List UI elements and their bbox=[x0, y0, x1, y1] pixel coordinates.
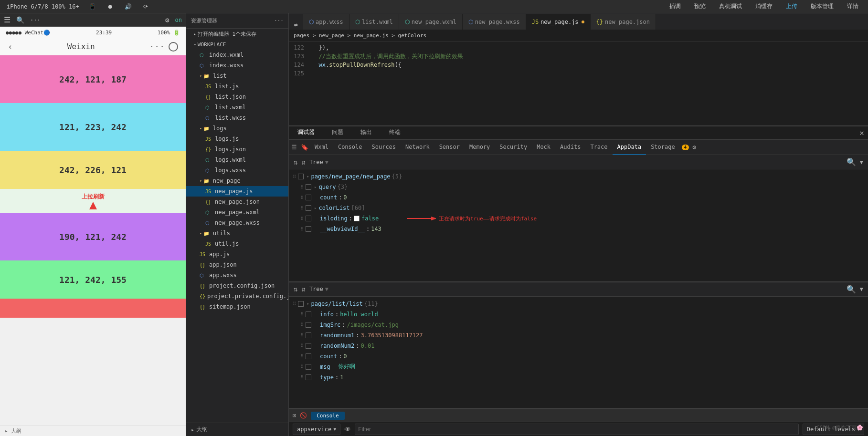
rotate-icon[interactable]: ⟳ bbox=[143, 3, 148, 10]
tab-trace[interactable]: Trace bbox=[585, 140, 612, 155]
tab-new-page-wxml[interactable]: ⬡ new_page.wxml bbox=[399, 14, 463, 30]
search-icon[interactable]: 🔍 bbox=[16, 16, 24, 24]
tab-list-wxml[interactable]: ⬡ list.wxml bbox=[349, 14, 399, 30]
tree-row-query[interactable]: ⠿ ▸ query {3} bbox=[289, 182, 868, 192]
chevron-query[interactable]: ▸ bbox=[314, 185, 317, 189]
tree1-filter-dropdown[interactable]: ▼ bbox=[860, 159, 863, 166]
file-logs-json[interactable]: {} logs.json bbox=[186, 144, 288, 155]
search-icon-tree1[interactable]: 🔍 bbox=[847, 157, 856, 166]
folder-logs[interactable]: ▾ 📁 logs bbox=[186, 123, 288, 134]
devtools-bookmark-icon[interactable]: 🔖 bbox=[299, 142, 310, 153]
tree-row-count[interactable]: ⠿ count : 0 bbox=[289, 192, 868, 203]
outline-section[interactable]: ▸ 大纲 bbox=[186, 423, 288, 436]
folder-utils[interactable]: ▾ 📁 utils bbox=[186, 228, 288, 239]
tree-checkbox6[interactable] bbox=[306, 226, 311, 232]
audio-icon[interactable]: 🔊 bbox=[125, 3, 132, 10]
expand-chevron[interactable]: ▾ bbox=[307, 174, 309, 179]
split-icon[interactable]: ⇌ bbox=[291, 19, 301, 30]
search-icon-tree2[interactable]: 🔍 bbox=[847, 285, 856, 294]
file-new-page-wxml[interactable]: ⬡ new_page.wxml bbox=[186, 207, 288, 218]
tree-row-root1[interactable]: ⠿ ▾ pages/new_page/new_page {5} bbox=[289, 171, 868, 182]
file-index-wxml[interactable]: ⬡ index.wxml bbox=[186, 50, 288, 60]
folder-new-page[interactable]: ▾ 📁 new_page bbox=[186, 176, 288, 186]
tab-storage[interactable]: Storage bbox=[646, 140, 680, 155]
tree2-row-info[interactable]: ⠿ info : hello world bbox=[289, 309, 868, 320]
tab-new-page-wxss[interactable]: ⬡ new_page.wxss bbox=[463, 14, 526, 30]
code-area[interactable]: }), //当数据重置成功后，调用此函数，关闭下拉刷新的效果 wx.stopPu… bbox=[308, 42, 868, 125]
tab-mock[interactable]: Mock bbox=[532, 140, 555, 155]
tab-output[interactable]: 输出 bbox=[356, 125, 377, 141]
tree2-row-root[interactable]: ⠿ ▾ pages/list/list {11} bbox=[289, 299, 868, 309]
file-app-json[interactable]: {} app.json bbox=[186, 260, 288, 270]
tree2-row-count[interactable]: ⠿ count : 0 bbox=[289, 351, 868, 362]
tab-terminal[interactable]: 终端 bbox=[384, 125, 405, 141]
camera-icon[interactable] bbox=[169, 42, 178, 52]
tree-row-isloding[interactable]: ⠿ isloding : false bbox=[289, 213, 868, 224]
file-app-js[interactable]: JS app.js bbox=[186, 249, 288, 260]
tree2-row-msg[interactable]: ⠿ msg 你好啊 bbox=[289, 362, 868, 372]
tree-row-colorlist[interactable]: ⠿ ▸ colorList [60] bbox=[289, 203, 868, 213]
chevron-colorlist[interactable]: ▸ bbox=[314, 206, 317, 210]
menu-icon[interactable]: ☰ bbox=[4, 15, 11, 24]
tree-checkbox[interactable] bbox=[298, 174, 304, 179]
tree2-dropdown[interactable]: ▼ bbox=[325, 286, 328, 292]
tree2-cb-info[interactable] bbox=[306, 311, 311, 317]
tree-checkbox3[interactable] bbox=[306, 195, 311, 200]
workplace-header[interactable]: ▾ WORKPLACE bbox=[186, 39, 288, 50]
tab-issues[interactable]: 问题 bbox=[327, 125, 348, 141]
tree2-checkbox-root[interactable] bbox=[298, 301, 304, 307]
file-logs-wxml[interactable]: ⬡ logs.wxml bbox=[186, 155, 288, 165]
file-project-config[interactable]: {} project.config.json bbox=[186, 280, 288, 291]
compile-icon[interactable]: ⚙ bbox=[165, 16, 169, 24]
file-new-page-wxss[interactable]: ⬡ new_page.wxss bbox=[186, 218, 288, 228]
tree-checkbox4[interactable] bbox=[306, 205, 311, 211]
expand-icon2[interactable]: ⇅ bbox=[294, 285, 297, 293]
tree2-cb-imgsrc[interactable] bbox=[306, 322, 311, 328]
tab-audits[interactable]: Audits bbox=[555, 140, 585, 155]
file-sitemap[interactable]: {} sitemap.json bbox=[186, 301, 288, 312]
settings-icon[interactable]: ⚙ bbox=[689, 142, 699, 153]
file-index-wxss[interactable]: ⬡ index.wxss bbox=[186, 60, 288, 71]
tab-memory[interactable]: Memory bbox=[465, 140, 495, 155]
file-new-page-json[interactable]: {} new_page.json bbox=[186, 197, 288, 207]
console-tab-active[interactable]: Console bbox=[311, 412, 344, 420]
chevron2-root[interactable]: ▾ bbox=[307, 301, 309, 306]
tree2-row-type[interactable]: ⠿ type : 1 bbox=[289, 372, 868, 383]
tab-sensor[interactable]: Sensor bbox=[434, 140, 465, 155]
tree-checkbox2[interactable] bbox=[306, 184, 311, 190]
isloding-checkbox[interactable] bbox=[354, 216, 360, 221]
file-list-json[interactable]: {} list.json bbox=[186, 92, 288, 102]
tab-app-wxss[interactable]: ⬡ app.wxss bbox=[303, 14, 349, 30]
tab-wxml[interactable]: Wxml bbox=[310, 140, 333, 155]
file-new-page-js[interactable]: JS new_page.js bbox=[186, 186, 288, 197]
tree2-row-rand2[interactable]: ⠿ randomNum2 : 0.01 bbox=[289, 341, 868, 351]
tree2-filter-dropdown[interactable]: ▼ bbox=[860, 286, 863, 292]
tree2-cb-type[interactable] bbox=[306, 374, 311, 380]
console-block-icon[interactable]: 🚫 bbox=[300, 412, 307, 419]
devtools-menu-icon[interactable]: ☰ bbox=[289, 142, 299, 153]
tab-network[interactable]: Network bbox=[401, 140, 434, 155]
more-icon[interactable]: ··· bbox=[30, 17, 41, 23]
tab-debugger[interactable]: 调试器 bbox=[293, 125, 319, 141]
eye-icon[interactable]: 👁 bbox=[344, 426, 351, 433]
tree1-dropdown[interactable]: ▼ bbox=[325, 159, 328, 166]
collapse-icon2[interactable]: ⇵ bbox=[301, 285, 305, 293]
tree2-row-rand1[interactable]: ⠿ randomnum1 : 3.7635130988117127 bbox=[289, 330, 868, 341]
record-icon[interactable]: ⏺ bbox=[107, 3, 113, 10]
tree2-cb-rand1[interactable] bbox=[306, 332, 311, 338]
tree-row-webviewid[interactable]: ⠿ __webviewId__ : 143 bbox=[289, 224, 868, 234]
tab-new-page-js[interactable]: JS new_page.js bbox=[526, 14, 591, 30]
file-list-js[interactable]: JS list.js bbox=[186, 81, 288, 92]
file-app-wxss[interactable]: ⬡ app.wxss bbox=[186, 270, 288, 280]
tree2-cb-msg[interactable] bbox=[306, 364, 311, 370]
tab-new-page-json[interactable]: {} new_page.json bbox=[591, 14, 656, 30]
file-logs-wxss[interactable]: ⬡ logs.wxss bbox=[186, 165, 288, 176]
file-list-wxml[interactable]: ⬡ list.wxml bbox=[186, 102, 288, 113]
console-icon[interactable]: ⊡ bbox=[293, 412, 296, 419]
appservice-selector[interactable]: appservice ▼ bbox=[293, 424, 340, 435]
tree-checkbox5[interactable] bbox=[306, 216, 311, 221]
file-list-wxss[interactable]: ⬡ list.wxss bbox=[186, 113, 288, 123]
filter-input[interactable] bbox=[355, 424, 799, 435]
tree2-cb-rand2[interactable] bbox=[306, 343, 311, 349]
folder-list[interactable]: ▾ 📁 list bbox=[186, 71, 288, 81]
